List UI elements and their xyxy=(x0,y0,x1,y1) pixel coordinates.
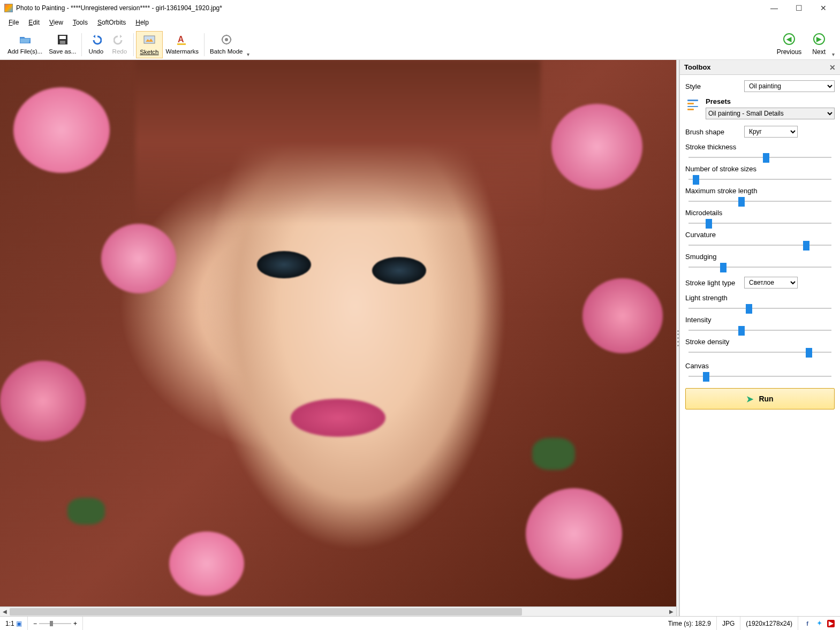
scroll-thumb[interactable] xyxy=(10,608,522,616)
folder-open-icon xyxy=(19,33,32,46)
smudging-slider[interactable] xyxy=(688,262,831,272)
twitter-icon[interactable]: ✦ xyxy=(815,620,823,627)
previous-icon: ◀ xyxy=(783,33,795,45)
toolbox-header: Toolbox ✕ xyxy=(680,60,840,75)
stroke-light-type-label: Stroke light type xyxy=(685,279,744,287)
run-button[interactable]: ➤ Run xyxy=(685,388,835,409)
zoom-slider-area[interactable]: − + xyxy=(28,617,83,630)
horizontal-scrollbar[interactable]: ◀ ▶ xyxy=(0,606,676,616)
brush-shape-label: Brush shape xyxy=(685,128,744,136)
redo-button[interactable]: Redo xyxy=(108,31,131,57)
stroke-thickness-slider[interactable] xyxy=(688,152,831,163)
minimize-button[interactable]: — xyxy=(762,0,786,16)
maximize-button[interactable]: ☐ xyxy=(786,0,811,16)
svg-rect-3 xyxy=(144,36,155,43)
status-time: Time (s): 182.9 xyxy=(663,617,717,630)
facebook-icon[interactable]: f xyxy=(804,620,811,627)
toolbar-overflow[interactable]: ▾ xyxy=(246,50,251,58)
menu-view[interactable]: View xyxy=(45,17,67,28)
light-strength-slider[interactable] xyxy=(688,303,831,314)
youtube-icon[interactable]: ▶ xyxy=(827,620,835,627)
max-stroke-length-slider[interactable] xyxy=(688,196,831,207)
number-stroke-sizes-label: Number of stroke sizes xyxy=(685,165,835,173)
zoom-slider[interactable] xyxy=(39,620,71,627)
close-button[interactable]: ✕ xyxy=(811,0,836,16)
svg-text:A: A xyxy=(178,35,184,44)
presets-select[interactable]: Oil painting - Small Details xyxy=(706,108,835,119)
style-label: Style xyxy=(685,82,744,90)
redo-icon xyxy=(113,33,126,46)
watermarks-button[interactable]: A Watermarks xyxy=(163,31,202,58)
toolbar: Add File(s)... Save as... Undo Redo Sket… xyxy=(0,29,840,60)
intensity-slider[interactable] xyxy=(688,325,831,336)
zoom-ratio[interactable]: 1:1 ▣ xyxy=(0,617,28,630)
toolbox-close-button[interactable]: ✕ xyxy=(829,63,836,72)
add-files-button[interactable]: Add File(s)... xyxy=(4,31,46,57)
stroke-light-type-select[interactable]: Светлое xyxy=(744,277,798,289)
presets-icon xyxy=(685,97,700,112)
max-stroke-length-label: Maximum stroke length xyxy=(685,187,835,195)
status-dimensions: (1920x1278x24) xyxy=(740,617,798,630)
toolbox-title: Toolbox xyxy=(684,63,711,71)
run-icon: ➤ xyxy=(746,394,753,404)
nav-overflow[interactable]: ▾ xyxy=(831,50,836,58)
scroll-right-arrow[interactable]: ▶ xyxy=(667,607,676,617)
undo-icon xyxy=(89,33,102,46)
batch-mode-icon xyxy=(220,33,233,46)
scroll-left-arrow[interactable]: ◀ xyxy=(0,607,10,617)
curvature-slider[interactable] xyxy=(688,240,831,251)
status-bar: 1:1 ▣ − + Time (s): 182.9 JPG (1920x1278… xyxy=(0,616,840,630)
watermarks-icon: A xyxy=(176,33,188,46)
previous-button[interactable]: ◀ Previous xyxy=(771,31,807,58)
sketch-icon xyxy=(143,34,156,47)
canvas-area[interactable]: ◀ ▶ xyxy=(0,60,676,616)
smudging-label: Smudging xyxy=(685,253,835,261)
title-bar: Photo to Painting - ****Unregistered ver… xyxy=(0,0,840,16)
canvas-slider[interactable] xyxy=(688,371,831,382)
save-as-button[interactable]: Save as... xyxy=(46,31,79,57)
sketch-button[interactable]: Sketch xyxy=(136,31,162,58)
zoom-out-icon[interactable]: − xyxy=(33,620,37,627)
window-title: Photo to Painting - ****Unregistered ver… xyxy=(16,4,762,12)
svg-rect-1 xyxy=(59,36,66,39)
undo-button[interactable]: Undo xyxy=(84,31,108,57)
save-icon xyxy=(56,33,69,46)
stroke-thickness-label: Stroke thickness xyxy=(685,143,835,151)
canvas-label: Canvas xyxy=(685,362,835,370)
presets-label: Presets xyxy=(706,97,835,105)
menu-tools[interactable]: Tools xyxy=(69,17,92,28)
toolbox-panel: Toolbox ✕ Style Oil painting Presets Oil… xyxy=(679,60,840,616)
app-icon xyxy=(4,4,13,12)
stroke-density-label: Stroke density xyxy=(685,338,835,346)
menu-edit[interactable]: Edit xyxy=(24,17,44,28)
intensity-label: Intensity xyxy=(685,316,835,324)
microdetails-label: Microdetails xyxy=(685,209,835,217)
svg-rect-5 xyxy=(177,43,186,45)
brush-shape-select[interactable]: Круг xyxy=(744,126,798,138)
menu-bar: File Edit View Tools SoftOrbits Help xyxy=(0,16,840,29)
curvature-label: Curvature xyxy=(685,231,835,239)
microdetails-slider[interactable] xyxy=(688,218,831,229)
number-stroke-sizes-slider[interactable] xyxy=(688,174,831,185)
image-preview xyxy=(0,60,676,606)
light-strength-label: Light strength xyxy=(685,294,835,302)
stroke-density-slider[interactable] xyxy=(688,347,831,358)
next-icon: ▶ xyxy=(813,33,825,45)
next-button[interactable]: ▶ Next xyxy=(807,31,831,58)
batch-mode-button[interactable]: Batch Mode xyxy=(207,31,246,57)
svg-rect-2 xyxy=(60,41,65,44)
menu-help[interactable]: Help xyxy=(131,17,153,28)
status-format: JPG xyxy=(717,617,740,630)
menu-softorbits[interactable]: SoftOrbits xyxy=(93,17,130,28)
zoom-in-icon[interactable]: + xyxy=(73,620,77,627)
style-select[interactable]: Oil painting xyxy=(744,80,835,92)
svg-point-7 xyxy=(225,38,228,41)
menu-file[interactable]: File xyxy=(4,17,23,28)
